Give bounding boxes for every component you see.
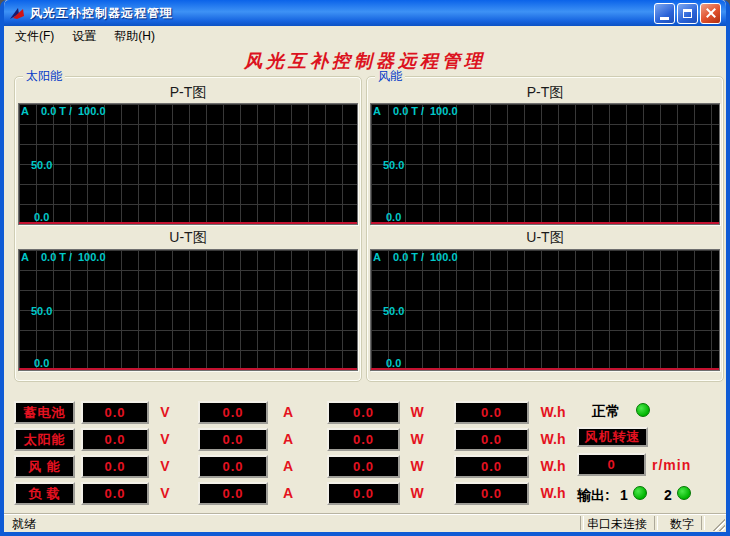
- unit-watt: W: [399, 431, 435, 447]
- row-label-solar: 太阳能: [14, 428, 75, 451]
- solar-power-display: 0.0: [327, 428, 400, 451]
- menu-settings[interactable]: 设置: [63, 26, 105, 47]
- fan-speed-label: 风机转速: [577, 427, 648, 447]
- statusbar-separator: [654, 516, 658, 530]
- unit-volt: V: [147, 458, 183, 474]
- close-button[interactable]: [700, 3, 721, 24]
- unit-volt: V: [147, 485, 183, 501]
- row-label-wind: 风 能: [14, 455, 75, 478]
- output-2-number: 2: [664, 487, 672, 503]
- y-axis-unit-label: A: [21, 105, 29, 117]
- statusbar-serial-text: 串口未连接: [587, 516, 647, 533]
- statusbar-mode-text: 数字: [670, 516, 694, 533]
- wind-voltage-display: 0.0: [81, 455, 149, 478]
- output-1-number: 1: [620, 487, 628, 503]
- page-title: 风光互补控制器远程管理: [4, 49, 726, 73]
- statusbar-separator: [580, 516, 584, 530]
- y-mid-label: 50.0: [31, 159, 52, 171]
- unit-amp: A: [270, 404, 306, 420]
- status-bar: 就绪 串口未连接 数字: [4, 513, 726, 532]
- groupbox-solar: 太阳能 P-T图 A 0.0 T / 100.0 50.0 0.0 U-T图 A…: [14, 76, 362, 382]
- statusbar-separator: [701, 516, 705, 530]
- title-bar: 风光互补控制器远程管理: [4, 0, 726, 26]
- load-current-display: 0.0: [198, 482, 268, 505]
- fan-speed-display: 0: [577, 453, 646, 476]
- y-max-label: 100.0: [430, 251, 458, 263]
- x-axis-line: [19, 222, 357, 224]
- menu-bar: 文件(F) 设置 帮助(H): [4, 26, 726, 47]
- chart-title-wind-pt: P-T图: [367, 84, 723, 102]
- row-label-battery: 蓄电池: [14, 401, 75, 424]
- unit-amp: A: [270, 458, 306, 474]
- window-title: 风光互补控制器远程管理: [30, 5, 652, 22]
- app-window: 风光互补控制器远程管理 文件(F) 设置 帮助(H) 风光互补控制器远程管理 太…: [0, 0, 730, 536]
- unit-watt: W: [399, 485, 435, 501]
- chart-wind-ut: A 0.0 T / 100.0 50.0 0.0: [370, 249, 720, 371]
- unit-watthour: W.h: [532, 431, 574, 447]
- y-max-label: 100.0: [430, 105, 458, 117]
- resize-grip[interactable]: [712, 518, 725, 531]
- t-scale-label: 0.0 T /: [393, 105, 424, 117]
- menu-file[interactable]: 文件(F): [6, 26, 63, 47]
- y-mid-label: 50.0: [383, 305, 404, 317]
- groupbox-wind: 风能 P-T图 A 0.0 T / 100.0 50.0 0.0 U-T图 A …: [366, 76, 724, 382]
- t-scale-label: 0.0 T /: [393, 251, 424, 263]
- maximize-button[interactable]: [677, 3, 698, 24]
- load-power-display: 0.0: [327, 482, 400, 505]
- status-normal-label: 正常: [592, 403, 620, 421]
- output-1-indicator-led: [633, 486, 647, 500]
- app-icon: [8, 5, 26, 21]
- y-max-label: 100.0: [78, 251, 106, 263]
- statusbar-ready-text: 就绪: [12, 516, 36, 533]
- groupbox-solar-label: 太阳能: [23, 69, 65, 83]
- close-icon: [705, 7, 717, 19]
- unit-volt: V: [147, 431, 183, 447]
- t-scale-label: 0.0 T /: [41, 105, 72, 117]
- battery-current-display: 0.0: [198, 401, 268, 424]
- minimize-button[interactable]: [654, 3, 675, 24]
- solar-energy-display: 0.0: [454, 428, 529, 451]
- wind-energy-display: 0.0: [454, 455, 529, 478]
- y-axis-unit-label: A: [21, 251, 29, 263]
- groupbox-wind-label: 风能: [375, 69, 405, 83]
- y-mid-label: 50.0: [31, 305, 52, 317]
- y-max-label: 100.0: [78, 105, 106, 117]
- unit-watthour: W.h: [532, 404, 574, 420]
- normal-indicator-led: [636, 403, 650, 417]
- load-energy-display: 0.0: [454, 482, 529, 505]
- x-axis-line: [371, 222, 719, 224]
- y-mid-label: 50.0: [383, 159, 404, 171]
- solar-voltage-display: 0.0: [81, 428, 149, 451]
- maximize-icon: [683, 9, 692, 18]
- minimize-icon: [660, 17, 669, 20]
- unit-amp: A: [270, 485, 306, 501]
- unit-watthour: W.h: [532, 458, 574, 474]
- battery-energy-display: 0.0: [454, 401, 529, 424]
- unit-watt: W: [399, 458, 435, 474]
- wind-current-display: 0.0: [198, 455, 268, 478]
- chart-solar-pt: A 0.0 T / 100.0 50.0 0.0: [18, 103, 358, 225]
- output-label: 输出:: [577, 487, 610, 505]
- unit-watt: W: [399, 404, 435, 420]
- chart-solar-ut: A 0.0 T / 100.0 50.0 0.0: [18, 249, 358, 371]
- readings-row-load: 负 载 0.0 V 0.0 A 0.0 W 0.0 W.h: [4, 482, 726, 505]
- chart-wind-pt: A 0.0 T / 100.0 50.0 0.0: [370, 103, 720, 225]
- row-label-load: 负 载: [14, 482, 75, 505]
- chart-title-solar-ut: U-T图: [15, 229, 361, 247]
- menu-help[interactable]: 帮助(H): [105, 26, 164, 47]
- chart-title-solar-pt: P-T图: [15, 84, 361, 102]
- chart-title-wind-ut: U-T图: [367, 229, 723, 247]
- y-axis-unit-label: A: [373, 105, 381, 117]
- battery-voltage-display: 0.0: [81, 401, 149, 424]
- load-voltage-display: 0.0: [81, 482, 149, 505]
- wind-power-display: 0.0: [327, 455, 400, 478]
- x-axis-line: [371, 368, 719, 370]
- fan-speed-unit: r/min: [652, 457, 691, 473]
- output-2-indicator-led: [677, 486, 691, 500]
- unit-amp: A: [270, 431, 306, 447]
- unit-watthour: W.h: [532, 485, 574, 501]
- battery-power-display: 0.0: [327, 401, 400, 424]
- solar-current-display: 0.0: [198, 428, 268, 451]
- t-scale-label: 0.0 T /: [41, 251, 72, 263]
- x-axis-line: [19, 368, 357, 370]
